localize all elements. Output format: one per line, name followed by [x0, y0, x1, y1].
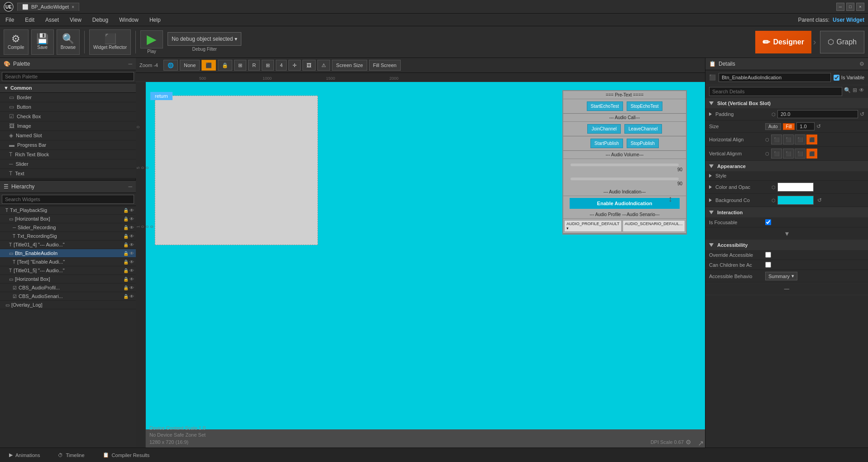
lock-icon[interactable]: 🔒: [123, 277, 129, 282]
eye-icon[interactable]: 👁: [129, 208, 134, 213]
eye-icon[interactable]: 👁: [129, 225, 134, 230]
menu-edit[interactable]: Edit: [23, 16, 36, 24]
widget-reflector-button[interactable]: ⬛ Widget Reflector: [89, 29, 131, 55]
slider2[interactable]: [571, 178, 679, 180]
stop-publish-btn[interactable]: StopPublish: [627, 139, 659, 148]
bg-color-triangle[interactable]: [709, 198, 712, 202]
slot-section-header[interactable]: Slot (Vertical Box Slot): [705, 98, 868, 108]
stop-echo-btn[interactable]: StopEchoTest: [627, 101, 663, 111]
tab-timeline[interactable]: ⏱ Timeline: [53, 451, 90, 460]
eye-icon[interactable]: 👁: [129, 251, 134, 256]
vert-fill-btn[interactable]: ⬛: [806, 149, 817, 159]
details-search-input[interactable]: [709, 87, 842, 96]
canvas-content[interactable]: 0 500 1000 return === Pre-Text ==== Star…: [136, 82, 705, 448]
palette-search-input[interactable]: [2, 72, 134, 81]
eye-icon[interactable]: 👁: [129, 285, 134, 290]
tab-bp-audiowidget[interactable]: ⬜ BP_AudioWidget ×: [17, 3, 79, 11]
browse-button[interactable]: 🔍 Browse: [57, 29, 80, 55]
padding-reset-icon[interactable]: ↺: [860, 111, 864, 117]
palette-item-button[interactable]: ▭ Button: [0, 102, 136, 112]
palette-item-slider[interactable]: ─ Slider: [0, 159, 136, 169]
palette-item-rich-text[interactable]: T Rich Text Block: [0, 150, 136, 159]
lock-icon[interactable]: 🔒: [123, 260, 129, 265]
hier-item-text-enable[interactable]: T [Text] "Enable Audi..." 🔒👁: [0, 258, 136, 266]
none-button[interactable]: None: [180, 60, 200, 71]
graph-button[interactable]: ⬡ Graph: [820, 31, 864, 53]
audio-scenario-dropdown[interactable]: AUDIO_SCENARIO_DEFAUL...: [623, 220, 685, 232]
tab-close[interactable]: ×: [72, 5, 74, 10]
minimize-button[interactable]: ─: [836, 3, 844, 11]
palette-item-progress-bar[interactable]: ▬ Progress Bar: [0, 140, 136, 150]
start-publish-btn[interactable]: StartPublish: [590, 139, 623, 148]
designer-button[interactable]: ✏ Designer: [755, 31, 811, 53]
lock-icon[interactable]: 🔒: [123, 268, 129, 273]
lock-icon[interactable]: 🔒: [123, 225, 129, 230]
hier-item-hbox2[interactable]: ▭ [Horizontal Box] 🔒👁: [0, 275, 136, 284]
screen-size-btn[interactable]: Screen Size: [332, 60, 367, 71]
vert-bottom-btn[interactable]: ⬛: [795, 149, 806, 159]
bg-color-reset[interactable]: ↺: [817, 197, 822, 203]
grid-view-icon[interactable]: ⊞: [853, 87, 857, 96]
override-accessible-checkbox[interactable]: [765, 252, 771, 258]
palette-item-text[interactable]: T Text: [0, 169, 136, 178]
eye-icon[interactable]: 👁: [129, 217, 134, 221]
compile-button[interactable]: ⚙ Compile: [4, 29, 29, 55]
lock-icon[interactable]: 🔒: [123, 234, 129, 239]
img-btn[interactable]: 🖼: [302, 60, 316, 71]
menu-debug[interactable]: Debug: [91, 16, 110, 24]
start-echo-btn[interactable]: StartEchoTest: [587, 101, 623, 111]
size-fill-btn[interactable]: Fill: [783, 123, 795, 130]
move-btn[interactable]: ✛: [288, 60, 301, 71]
size-value-input[interactable]: [796, 122, 815, 130]
slider1[interactable]: [571, 164, 679, 166]
align-right-btn[interactable]: ⬛: [795, 135, 806, 144]
lock-icon[interactable]: 🔒: [123, 294, 129, 299]
hierarchy-search-input[interactable]: [2, 195, 134, 204]
palette-item-image[interactable]: 🖼 Image: [0, 121, 136, 131]
hier-item-slider-rec[interactable]: ─ Slider_Recording 🔒👁: [0, 223, 136, 232]
eye-icon[interactable]: 👁: [129, 260, 134, 265]
palette-collapse[interactable]: ─: [128, 61, 132, 67]
hier-item-title4[interactable]: T [Title01_4] "--- Audio..." 🔒👁: [0, 241, 136, 249]
eye-icon[interactable]: 👁: [129, 242, 134, 247]
search-icon[interactable]: 🔍: [844, 87, 851, 96]
align-center-btn[interactable]: ⬛: [783, 135, 794, 144]
lock-icon[interactable]: 🔒: [123, 217, 129, 221]
size-reset-icon[interactable]: ↺: [816, 123, 821, 130]
align-left-btn[interactable]: ⬛: [771, 135, 782, 144]
grid-2-btn[interactable]: ⊞: [262, 60, 274, 71]
lock-icon[interactable]: 🔒: [123, 251, 129, 256]
vert-center-btn[interactable]: ⬛: [783, 149, 794, 159]
debug-dropdown[interactable]: No debug object selected ▾: [168, 32, 241, 46]
hier-item-cbs-profile[interactable]: ☑ CBS_AudioProfil... 🔒👁: [0, 284, 136, 292]
globe-button[interactable]: 🌐: [163, 60, 178, 71]
palette-item-border[interactable]: ▭ Border: [0, 93, 136, 102]
eye-icon[interactable]: 👁: [129, 234, 134, 239]
expand-icon[interactable]: ▾: [785, 229, 789, 238]
lock-canvas-btn[interactable]: 🔒: [218, 60, 232, 71]
can-children-checkbox[interactable]: [765, 262, 771, 268]
tab-animations[interactable]: ▶ Animations: [4, 450, 45, 460]
dpi-settings-icon[interactable]: ⚙: [686, 438, 691, 446]
save-button[interactable]: 💾 Save: [31, 29, 54, 55]
appearance-header[interactable]: Appearance: [705, 161, 868, 171]
menu-asset[interactable]: Asset: [43, 16, 61, 24]
scroll-down-icon[interactable]: ─: [784, 285, 789, 293]
audio-profile-dropdown[interactable]: AUDIO_PROFILE_DEFAULT ▾: [564, 220, 622, 232]
lock-icon[interactable]: 🔒: [123, 242, 129, 247]
eye-view-icon[interactable]: 👁: [859, 87, 864, 96]
eye-icon[interactable]: 👁: [129, 277, 134, 282]
is-variable-checkbox[interactable]: [834, 75, 839, 81]
accessible-behavior-dropdown[interactable]: Summary ▾: [765, 272, 797, 280]
size-auto-btn[interactable]: Auto: [765, 123, 781, 130]
fill-screen-btn[interactable]: Fill Screen: [369, 60, 401, 71]
hier-item-title5[interactable]: T [Title01_5] "--- Audio..." 🔒👁: [0, 266, 136, 275]
num4-btn[interactable]: 4: [276, 60, 287, 71]
align-fill-btn[interactable]: ⬛: [806, 135, 817, 144]
hier-item-overlay-log[interactable]: ▭ [Overlay_Log]: [0, 301, 136, 309]
resize-handle[interactable]: ↗: [696, 438, 705, 448]
color-opacity-swatch[interactable]: [777, 183, 814, 192]
palette-item-checkbox[interactable]: ☑ Check Box: [0, 112, 136, 121]
hier-item-cbs-scenario[interactable]: ☑ CBS_AudioSenari... 🔒👁: [0, 292, 136, 301]
warn-btn[interactable]: ⚠: [317, 60, 330, 71]
